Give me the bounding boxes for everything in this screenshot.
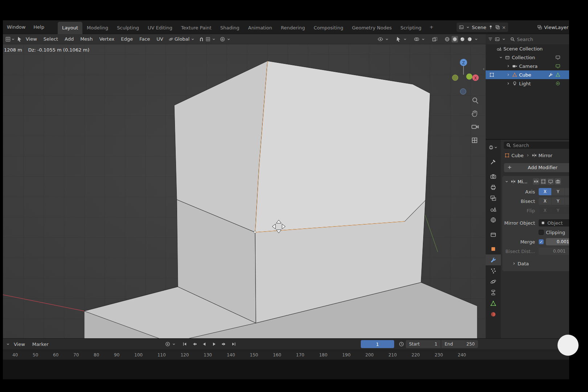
start-frame-field[interactable]: Start 1 — [406, 340, 441, 348]
next-keyframe-button[interactable] — [220, 340, 228, 348]
outliner-row-cube[interactable]: Cube — [486, 70, 569, 79]
editor-type-icon[interactable] — [5, 36, 11, 42]
exclude-checkbox-icon[interactable] — [555, 55, 560, 60]
editor-type-button[interactable] — [486, 142, 501, 153]
timeline-menu-item[interactable]: Marker — [29, 342, 52, 347]
pin-icon[interactable] — [488, 25, 493, 30]
gizmos-icon[interactable] — [396, 36, 401, 42]
end-frame-field[interactable]: End 250 — [441, 340, 478, 348]
tab-scene[interactable] — [486, 204, 501, 215]
workspace-tab[interactable]: Sculpting — [113, 22, 143, 34]
flip-z-button[interactable]: Z — [565, 207, 569, 214]
viewport-menu-item[interactable]: Edge — [118, 34, 136, 44]
scene-name[interactable]: Scene — [472, 25, 486, 30]
bisect-x-button[interactable]: X — [539, 197, 551, 205]
breadcrumb-object[interactable]: Cube — [511, 153, 524, 158]
overlays-icon[interactable] — [414, 36, 420, 42]
shading-wireframe-icon[interactable] — [444, 36, 450, 42]
workspace-tab[interactable]: Layout — [58, 22, 82, 34]
proportional-edit-toggle[interactable] — [218, 36, 233, 42]
modifier-wrench-icon[interactable] — [548, 72, 553, 77]
show-render-toggle[interactable] — [555, 178, 561, 185]
xray-toggle-icon[interactable] — [432, 36, 438, 42]
outliner-row-collection[interactable]: Collection — [486, 53, 569, 62]
filter-icon[interactable] — [488, 37, 493, 42]
collapse-icon[interactable] — [505, 179, 509, 184]
tab-render[interactable] — [486, 171, 501, 182]
tab-world[interactable] — [486, 215, 501, 225]
view-layer-icon[interactable] — [537, 25, 542, 30]
timeline-ruler[interactable]: 4050607080901001101201301401501601701801… — [3, 350, 569, 360]
axis-y-button[interactable]: Y — [552, 188, 564, 195]
mode-icon[interactable] — [17, 36, 23, 42]
expand-icon[interactable] — [499, 55, 503, 60]
workspace-tab[interactable]: Compositing — [309, 22, 348, 34]
viewport-menu-item[interactable]: UV — [153, 34, 166, 44]
expand-icon[interactable] — [506, 64, 510, 68]
workspace-tab[interactable]: Animation — [244, 22, 276, 34]
new-scene-icon[interactable] — [495, 25, 500, 30]
workspace-tab[interactable]: UV Editing — [143, 22, 177, 34]
tab-material[interactable] — [486, 309, 501, 320]
viewport-menu-item[interactable]: Mesh — [77, 34, 96, 44]
viewport-menu-item[interactable]: Add — [61, 34, 77, 44]
bisect-y-button[interactable]: Y — [552, 197, 564, 205]
properties-search[interactable] — [504, 142, 569, 149]
mirror-object-field[interactable]: Object — [539, 219, 569, 226]
shading-material-icon[interactable] — [460, 36, 465, 42]
play-reverse-button[interactable] — [200, 340, 209, 348]
properties-search-input[interactable] — [513, 143, 553, 148]
merge-checkbox[interactable]: ✓ — [539, 239, 544, 244]
tab-physics[interactable] — [486, 276, 501, 287]
clipping-checkbox[interactable] — [539, 230, 544, 235]
workspace-tab[interactable]: Scripting — [396, 22, 426, 34]
viewport-menu-item[interactable]: Select — [40, 34, 61, 44]
current-frame-field[interactable]: 1 — [361, 340, 394, 348]
play-button[interactable] — [210, 340, 219, 348]
tab-constraints[interactable] — [486, 287, 501, 298]
jump-to-end-button[interactable] — [229, 340, 238, 348]
outliner-row-camera[interactable]: Camera — [486, 62, 569, 70]
workspace-tab[interactable]: Rendering — [277, 22, 309, 34]
visibility-icon[interactable] — [377, 36, 383, 42]
add-modifier-button[interactable]: Add Modifier — [504, 163, 569, 172]
tab-modifiers[interactable] — [486, 254, 501, 265]
camera-data-icon[interactable] — [555, 64, 560, 69]
auto-keying-icon[interactable] — [165, 341, 171, 347]
workspace-tab[interactable]: Shading — [216, 22, 244, 34]
viewport-menu-item[interactable]: Face — [136, 34, 153, 44]
outliner-row-scene-collection[interactable]: Scene Collection — [486, 44, 569, 53]
view-layer-name[interactable]: ViewLayer — [544, 25, 568, 30]
orientation-dropdown[interactable]: Global — [167, 36, 197, 42]
prev-keyframe-button[interactable] — [190, 340, 199, 348]
axis-z-button[interactable]: Z — [565, 188, 569, 195]
tab-object-data[interactable] — [486, 298, 501, 309]
clock-icon[interactable] — [399, 341, 404, 347]
tab-collection[interactable] — [486, 229, 501, 240]
show-on-cage-toggle[interactable] — [533, 178, 539, 185]
bisect-z-button[interactable]: Z — [565, 197, 569, 205]
expand-icon[interactable] — [506, 81, 510, 86]
tab-output[interactable] — [486, 182, 501, 193]
modifier-panel-header[interactable]: Mi... — [502, 176, 569, 187]
tab-tool[interactable] — [486, 156, 501, 167]
bisect-distance-field[interactable]: 0.001 — [539, 248, 569, 255]
flip-x-button[interactable]: X — [539, 207, 551, 214]
snap-target-icon[interactable] — [205, 37, 211, 42]
timeline-menu-item[interactable]: View — [10, 342, 29, 347]
viewport-menu-item[interactable]: Vertex — [96, 34, 118, 44]
tab-particles[interactable] — [486, 265, 501, 276]
axis-x-button[interactable]: X — [539, 188, 551, 195]
modifier-name[interactable]: Mi... — [518, 179, 527, 184]
workspace-tab[interactable]: Geometry Nodes — [348, 22, 396, 34]
merge-threshold-field[interactable]: 0.001 — [546, 238, 569, 245]
editor-collapse-icon[interactable] — [6, 342, 10, 346]
outliner-search-input[interactable] — [517, 37, 546, 42]
outliner-search[interactable] — [508, 37, 567, 42]
topbar-menu-item[interactable]: Window — [3, 20, 29, 34]
breadcrumb-modifier[interactable]: Mirror — [539, 153, 552, 158]
scene-browse-icon[interactable] — [459, 25, 464, 30]
show-in-editmode-toggle[interactable] — [540, 178, 547, 185]
tab-view-layer[interactable] — [486, 193, 501, 204]
shading-rendered-icon[interactable] — [467, 36, 473, 42]
